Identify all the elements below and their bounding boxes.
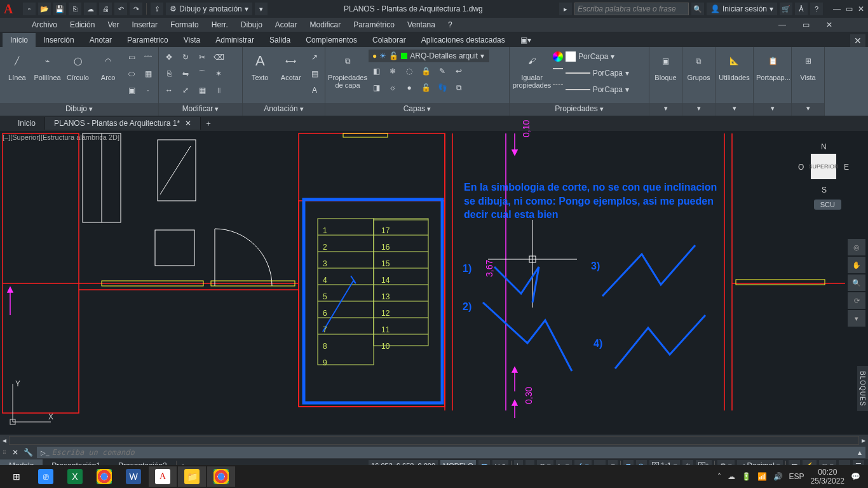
tool-grupos[interactable]: ⧉Grupos xyxy=(685,48,712,81)
menu-formato[interactable]: Formato xyxy=(164,19,205,30)
viewcube-north[interactable]: N xyxy=(821,142,827,151)
hscroll-track[interactable] xyxy=(9,436,859,445)
qat-save-icon[interactable]: 💾 xyxy=(53,3,66,15)
tab-complementos[interactable]: Complementos xyxy=(298,33,365,47)
tool-utilidades[interactable]: 📐Utilidades xyxy=(718,48,750,81)
tool-ellipse-icon[interactable]: ⬭ xyxy=(124,66,139,81)
layer-freeze-icon[interactable]: ❄ xyxy=(385,64,400,79)
tool-circulo[interactable]: ◯Círculo xyxy=(64,48,93,81)
tab-anotar[interactable]: Anotar xyxy=(82,33,119,47)
tool-vista[interactable]: ⊞Vista xyxy=(794,48,822,81)
doc-close-button[interactable]: ✕ xyxy=(820,19,839,30)
menu-herr[interactable]: Herr. xyxy=(205,19,234,30)
signin-button[interactable]: 👤 Iniciar sesión ▾ xyxy=(707,3,777,15)
layer-unlock-icon[interactable]: 🔓 xyxy=(418,80,433,95)
taskbar-zoom-icon[interactable]: ⎚ xyxy=(32,466,60,487)
tab-inicio[interactable]: Inicio xyxy=(3,33,36,47)
layer-walk-icon[interactable]: 👣 xyxy=(435,80,450,95)
a360-icon[interactable]: Å xyxy=(795,3,808,15)
tool-region-icon[interactable]: ▣ xyxy=(124,83,139,98)
qat-plot-icon[interactable]: 🖨 xyxy=(99,3,112,15)
search-arrow-icon[interactable]: ▸ xyxy=(559,3,572,15)
tool-acotar[interactable]: ⟷Acotar xyxy=(276,48,306,81)
layer-prev-icon[interactable]: ↩ xyxy=(451,64,466,79)
viewcube-south[interactable]: S xyxy=(822,186,827,194)
blocks-palette-tab[interactable]: BLOQUES xyxy=(857,366,868,411)
nav-showmo-icon[interactable]: ▾ xyxy=(848,310,865,327)
tool-move-icon[interactable]: ✥ xyxy=(161,50,177,65)
hscroll-left-icon[interactable]: ◂ xyxy=(0,436,9,445)
new-doc-tab-button[interactable]: ＋ xyxy=(201,118,216,129)
layer-off-icon[interactable]: ◌ xyxy=(402,64,417,79)
tool-stretch-icon[interactable]: ↔ xyxy=(161,83,177,98)
panel-label-dibujo[interactable]: Dibujo ▾ xyxy=(0,103,158,116)
color-dropdown[interactable]: PorCapa▾ xyxy=(553,50,629,64)
tab-featured-play-icon[interactable]: ▣▾ xyxy=(513,33,539,47)
doc-minimize-button[interactable]: — xyxy=(772,19,792,30)
taskbar-explorer-icon[interactable]: 📁 xyxy=(178,466,206,487)
doc-tab-planos[interactable]: PLANOS - Plantas de Arquitectura 1*✕ xyxy=(45,117,201,130)
menu-insertar[interactable]: Insertar xyxy=(125,19,164,30)
tool-portapapeles[interactable]: 📋Portapap... xyxy=(756,48,790,81)
panel-label-capas[interactable]: Capas ▾ xyxy=(325,103,509,116)
tool-mirror-icon[interactable]: ⇋ xyxy=(178,66,193,81)
layer-state-icon[interactable]: ⧉ xyxy=(451,80,466,95)
panel-options-icon[interactable]: ✕ xyxy=(850,34,865,47)
tool-bloque[interactable]: ▣Bloque xyxy=(652,48,679,81)
layer-uniso-icon[interactable]: ◨ xyxy=(369,80,384,95)
tool-spline-icon[interactable]: 〰 xyxy=(140,50,156,65)
tool-texto[interactable]: ATexto xyxy=(245,48,275,81)
tab-parametrico[interactable]: Paramétrico xyxy=(119,33,176,47)
tool-array-icon[interactable]: ▦ xyxy=(194,83,210,98)
taskbar-word-icon[interactable]: W xyxy=(119,466,147,487)
ucs-label[interactable]: SCU xyxy=(814,200,841,210)
doc-restore-button[interactable]: ▭ xyxy=(796,19,816,30)
menu-modificar[interactable]: Modificar xyxy=(304,19,348,30)
hscroll-bar[interactable]: ◂ ▸ xyxy=(0,435,868,446)
tab-colaborar[interactable]: Colaborar xyxy=(365,33,414,47)
tab-salida[interactable]: Salida xyxy=(262,33,298,47)
menu-ver[interactable]: Ver xyxy=(101,19,125,30)
layer-iso-icon[interactable]: ◧ xyxy=(369,64,384,79)
layer-match-icon[interactable]: ✎ xyxy=(435,64,450,79)
panel-label-vista[interactable]: ▾ xyxy=(792,103,824,116)
tool-rotate-icon[interactable]: ↻ xyxy=(178,50,193,65)
tool-copy-icon[interactable]: ⎘ xyxy=(161,66,177,81)
nav-zoom-icon[interactable]: 🔍 xyxy=(848,274,865,291)
close-icon[interactable]: ✕ xyxy=(185,119,191,128)
tool-scale-icon[interactable]: ⤢ xyxy=(178,83,193,98)
qat-new-icon[interactable]: ▫ xyxy=(23,3,36,15)
menu-ventana[interactable]: Ventana xyxy=(401,19,442,30)
tool-erase-icon[interactable]: ⌫ xyxy=(211,50,226,65)
nav-orbit-icon[interactable]: ⟳ xyxy=(848,292,865,309)
menu-parametrico[interactable]: Paramétrico xyxy=(347,19,401,30)
qat-redo-icon[interactable]: ↷ xyxy=(130,3,142,15)
taskbar-chrome-icon[interactable] xyxy=(90,466,118,487)
tray-wifi-icon[interactable]: 📶 xyxy=(757,472,767,481)
menu-edicion[interactable]: Edición xyxy=(64,19,101,30)
minimize-button[interactable]: — xyxy=(833,4,841,13)
menu-help[interactable]: ? xyxy=(442,19,459,30)
tool-polilinea[interactable]: ⌁Polilínea xyxy=(33,48,62,81)
menu-acotar[interactable]: Acotar xyxy=(269,19,304,30)
help-icon[interactable]: ? xyxy=(810,3,823,15)
tool-hatch-icon[interactable]: ▦ xyxy=(140,66,156,81)
tab-vista[interactable]: Vista xyxy=(176,33,208,47)
cart-icon[interactable]: 🛒 xyxy=(780,3,792,15)
view-cube[interactable]: N S E O SUPERIOR xyxy=(799,142,848,191)
panel-label-bloque[interactable]: ▾ xyxy=(649,103,682,116)
command-input[interactable] xyxy=(52,448,858,457)
layer-on-icon[interactable]: ● xyxy=(402,80,417,95)
tool-leader-icon[interactable]: ↗ xyxy=(307,50,322,65)
hscroll-right-icon[interactable]: ▸ xyxy=(859,436,868,445)
tray-volume-icon[interactable]: 🔊 xyxy=(773,472,783,481)
tab-ap-destacadas[interactable]: Aplicaciones destacadas xyxy=(414,33,513,47)
layer-dropdown[interactable]: ● ☀ 🔓 ARQ-Detalles arquit ▾ xyxy=(369,50,489,62)
lineweight-dropdown[interactable]: PorCapa▾ xyxy=(553,66,629,80)
tab-administrar[interactable]: Administrar xyxy=(208,33,262,47)
tool-point-icon[interactable]: · xyxy=(140,83,156,98)
tray-battery-icon[interactable]: 🔋 xyxy=(742,472,751,481)
nav-wheel-icon[interactable]: ◎ xyxy=(848,239,865,255)
tool-explode-icon[interactable]: ✶ xyxy=(211,66,226,81)
viewcube-east[interactable]: E xyxy=(844,163,849,172)
